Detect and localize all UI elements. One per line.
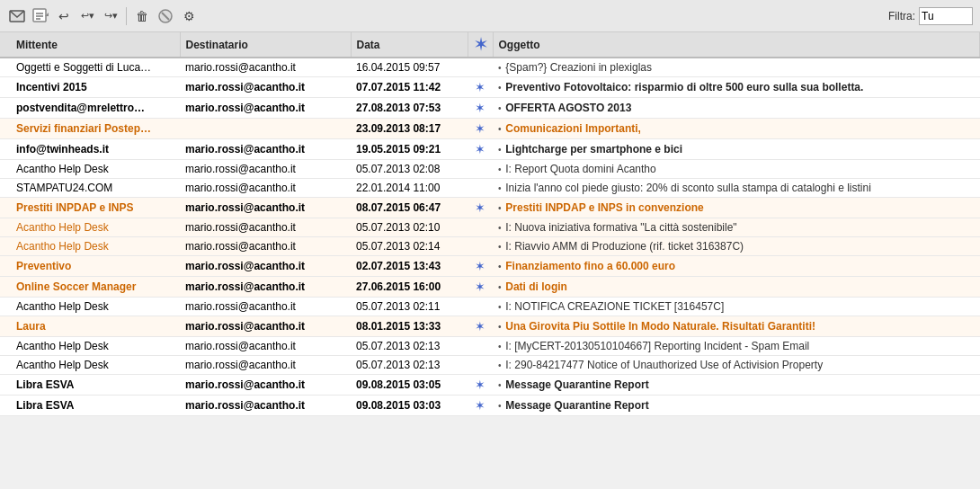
cell-star[interactable] [468,237,493,256]
star-icon[interactable]: ✶ [475,200,486,215]
cell-star[interactable]: ✶ [468,277,493,298]
cell-subject: • I: Report Quota domini Acantho [493,160,980,179]
separator-1 [126,7,127,25]
cell-subject: • Preventivo Fotovoltaico: risparmio di … [493,77,980,98]
table-row[interactable]: STAMPATU24.COMmario.rossi@acantho.it22.0… [0,179,980,198]
star-icon[interactable]: ✶ [475,101,486,115]
cell-subject: • Message Quarantine Report [493,375,980,396]
cell-star[interactable]: ✶ [468,316,493,337]
cell-dest: mario.rossi@acantho.it [180,77,351,98]
cell-dest: mario.rossi@acantho.it [180,337,351,356]
table-row[interactable]: Libra ESVAmario.rossi@acantho.it09.08.20… [0,396,980,416]
cell-sender: postvendita@mrelettro… [0,98,180,119]
star-icon[interactable]: ✶ [475,259,486,273]
table-row[interactable]: Servizi finanziari Postep…23.09.2013 08:… [0,119,980,139]
cell-star[interactable]: ✶ [468,77,493,98]
cell-star[interactable]: ✶ [468,375,493,396]
subject-dot: • [498,83,503,93]
junk-icon[interactable] [156,6,175,26]
reply-all-dropdown[interactable]: ↩▾ [77,6,97,26]
subject-dot: • [498,342,503,351]
cell-subject: • I: Nuova iniziativa formativa "La citt… [493,218,980,237]
subject-dot: • [498,223,503,233]
col-header-subject[interactable]: Oggetto [493,32,980,58]
cell-subject: • I: 290-84217477 Notice of Unauthorized… [493,356,980,375]
cell-star[interactable]: ✶ [468,256,493,277]
cell-sender: Servizi finanziari Postep… [0,119,180,139]
cell-sender: Acantho Help Desk [0,237,180,256]
table-row[interactable]: info@twinheads.itmario.rossi@acantho.it1… [0,139,980,160]
star-icon[interactable]: ✶ [475,319,486,333]
cell-date: 05.07.2013 02:10 [351,218,468,237]
table-row[interactable]: Incentivi 2015mario.rossi@acantho.it07.0… [0,77,980,98]
table-row[interactable]: Online Soccer Managermario.rossi@acantho… [0,277,980,298]
cell-date: 16.04.2015 09:57 [351,58,468,77]
table-row[interactable]: Acantho Help Deskmario.rossi@acantho.it0… [0,237,980,256]
star-icon[interactable]: ✶ [475,398,486,413]
subject-dot: • [498,203,503,213]
cell-star[interactable]: ✶ [468,119,493,139]
cell-date: 05.07.2013 02:14 [351,237,468,256]
table-row[interactable]: Preventivomario.rossi@acantho.it02.07.20… [0,256,980,277]
cell-star[interactable] [468,218,493,237]
cell-sender: STAMPATU24.COM [0,179,180,198]
cell-sender: Laura [0,316,180,337]
cell-star[interactable] [468,179,493,198]
cell-star[interactable] [468,298,493,316]
cell-date: 05.07.2013 02:13 [351,356,468,375]
cell-subject: • I: [MyCERT-20130510104667] Reporting I… [493,337,980,356]
cell-sender: Prestiti INPDAP e INPS [0,198,180,218]
table-row[interactable]: Prestiti INPDAP e INPSmario.rossi@acanth… [0,198,980,218]
table-row[interactable]: postvendita@mrelettro…mario.rossi@acanth… [0,98,980,119]
cell-subject: • Prestiti INPDAP e INPS in convenzione [493,198,980,218]
reply-icon[interactable]: ↩ [54,6,74,26]
cell-subject: • Inizia l'anno col piede giusto: 20% di… [493,179,980,198]
col-header-dest[interactable]: Destinatario [180,32,351,58]
forward-dropdown[interactable]: ↪▾ [101,6,120,26]
table-row[interactable]: Acantho Help Deskmario.rossi@acantho.it0… [0,298,980,316]
table-row[interactable]: Acantho Help Deskmario.rossi@acantho.it0… [0,218,980,237]
table-row[interactable]: Acantho Help Deskmario.rossi@acantho.it0… [0,337,980,356]
subject-dot: • [498,380,503,390]
cell-star[interactable]: ✶ [468,396,493,416]
settings-icon[interactable]: ⚙ [179,6,199,26]
table-header: Mittente Destinatario Data ✶ Oggetto [0,32,980,58]
cell-subject: • Message Quarantine Report [493,396,980,416]
compose-icon[interactable] [31,6,50,26]
cell-date: 27.06.2015 16:00 [351,277,468,298]
cell-dest: mario.rossi@acantho.it [180,98,351,119]
get-mail-icon[interactable] [7,6,27,26]
cell-star[interactable] [468,356,493,375]
table-row[interactable]: Libra ESVAmario.rossi@acantho.it09.08.20… [0,375,980,396]
cell-date: 02.07.2015 13:43 [351,256,468,277]
star-icon[interactable]: ✶ [475,280,486,294]
cell-star[interactable]: ✶ [468,198,493,218]
cell-dest: mario.rossi@acantho.it [180,58,351,77]
filter-input[interactable] [919,7,973,25]
star-icon[interactable]: ✶ [475,378,486,392]
cell-star[interactable]: ✶ [468,98,493,119]
subject-dot: • [498,103,503,113]
subject-dot: • [498,242,503,252]
table-row[interactable]: Acantho Help Deskmario.rossi@acantho.it0… [0,356,980,375]
star-icon[interactable]: ✶ [475,80,486,94]
subject-dot: • [498,183,503,193]
col-header-sender[interactable]: Mittente [0,32,180,58]
star-icon[interactable]: ✶ [475,121,486,136]
cell-star[interactable] [468,58,493,77]
col-header-date[interactable]: Data [351,32,468,58]
table-row[interactable]: Oggetti e Soggetti di Luca…mario.rossi@a… [0,58,980,77]
cell-sender: info@twinheads.it [0,139,180,160]
delete-icon[interactable]: 🗑 [132,6,152,26]
cell-star[interactable] [468,160,493,179]
table-row[interactable]: Lauramario.rossi@acantho.it08.01.2015 13… [0,316,980,337]
cell-star[interactable]: ✶ [468,139,493,160]
subject-dot: • [498,262,503,271]
star-icon[interactable]: ✶ [475,142,486,156]
cell-star[interactable] [468,337,493,356]
cell-date: 09.08.2015 03:05 [351,375,468,396]
cell-date: 19.05.2015 09:21 [351,139,468,160]
col-header-star[interactable]: ✶ [468,32,493,58]
cell-dest: mario.rossi@acantho.it [180,160,351,179]
table-row[interactable]: Acantho Help Deskmario.rossi@acantho.it0… [0,160,980,179]
